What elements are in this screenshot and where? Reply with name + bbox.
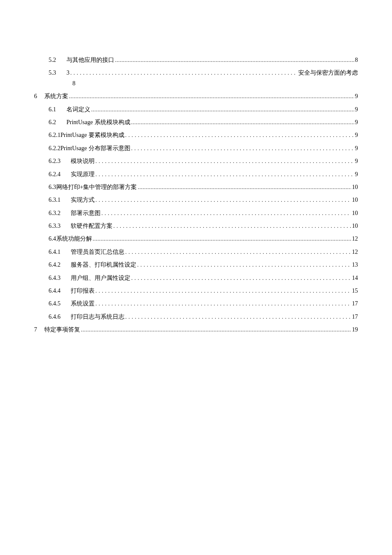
toc-leader (130, 118, 354, 127)
toc-number: 6.4.6 (49, 312, 71, 322)
toc-leader (92, 235, 352, 244)
toc-leader (101, 209, 351, 218)
toc-title: 系统方案 (44, 92, 68, 101)
toc-title: 系统功能分解 (56, 234, 92, 244)
toc-entry: 5.3 3 安全与保密方面的考虑 8 (34, 68, 358, 88)
toc-leader (95, 287, 351, 296)
toc-leader (124, 313, 351, 322)
toc-entry: 6.4.4 打印报表 15 (34, 286, 358, 296)
toc-title-trail: 安全与保密方面的考虑 (297, 68, 358, 78)
toc-entry: 6.4 系统功能分解 12 (34, 234, 358, 244)
toc-entry: 6.2 PrintUsage 系统模块构成 9 (34, 118, 358, 127)
toc-page: 17 (351, 312, 358, 322)
toc-entry: 6.2.3 模块说明 9 (34, 157, 358, 166)
toc-leader (80, 325, 351, 334)
toc-leader (69, 69, 297, 78)
toc-page: 10 (351, 209, 358, 218)
toc-number: 6.2 (49, 118, 66, 127)
toc-title: 用户组、用户属性设定 (71, 273, 130, 283)
toc-entry: 6.4.6 打印日志与系统日志 17 (34, 312, 358, 322)
toc-title: 管理员首页汇总信息 (71, 247, 124, 257)
toc-entry: 6.2.1 PrintUsage 要紧模块构成 9 (34, 131, 358, 140)
toc-title-pre: 3 (66, 68, 69, 78)
toc-page: 12 (351, 234, 358, 244)
toc-title: 实现方式 (71, 195, 95, 205)
toc-number: 7 (34, 325, 44, 334)
toc-page: 19 (351, 325, 358, 334)
toc-leader (112, 222, 351, 231)
toc-entry: 6.3 网络打印+集中管理的部署方案 10 (34, 183, 358, 192)
toc-page: 9 (354, 144, 358, 153)
toc-page: 10 (351, 183, 358, 192)
toc-number: 6.4.3 (49, 273, 71, 283)
toc-entry: 6.3.3 软硬件配置方案 10 (34, 221, 358, 231)
toc-entry: 6.4.2 服务器、打印机属性设定 13 (34, 260, 358, 270)
toc-page: 9 (354, 170, 358, 179)
toc-entry: 6.4.5 系统设置 17 (34, 299, 358, 308)
toc-number: 6.3 (49, 183, 56, 192)
toc-page: 8 (354, 55, 358, 65)
toc-page: 9 (354, 118, 358, 127)
toc-title: 特定事项答复 (44, 325, 80, 334)
toc-number: 6.4.5 (49, 299, 71, 308)
toc-title: 打印日志与系统日志 (71, 312, 124, 322)
toc-number: 6.1 (49, 105, 66, 114)
toc-entry: 5.2 与其他应用的接口 8 (34, 55, 358, 65)
toc-leader (124, 131, 354, 140)
toc-title: PrintUsage 系统模块构成 (66, 118, 130, 127)
toc-entry: 7 特定事项答复 19 (34, 325, 358, 334)
toc-entry: 6.3.2 部署示意图 10 (34, 209, 358, 218)
toc-leader (95, 170, 354, 179)
toc-number: 6.2.2 (49, 144, 61, 153)
toc-page: 12 (351, 247, 358, 257)
toc-entry: 6 系统方案 9 (34, 92, 358, 101)
toc-title: 服务器、打印机属性设定 (71, 260, 136, 270)
toc-title: PrintUsage 要紧模块构成 (61, 131, 124, 140)
toc-number: 6.3.2 (49, 209, 71, 218)
toc-number: 6.4.4 (49, 286, 71, 296)
toc-title: 打印报表 (71, 286, 95, 296)
toc-number: 6.2.1 (49, 131, 61, 140)
toc-number: 6.4 (49, 234, 56, 244)
toc-title: 系统设置 (71, 299, 95, 308)
toc-number: 6.4.2 (49, 260, 71, 270)
toc-sub-page: 8 (49, 78, 358, 88)
toc-number: 6 (34, 92, 44, 101)
toc-entry: 6.4.1 管理员首页汇总信息 12 (34, 247, 358, 257)
toc-page: 9 (354, 131, 358, 140)
toc-leader (130, 144, 354, 153)
toc-entry: 6.2.4 实现原理 9 (34, 170, 358, 179)
toc-title: 模块说明 (71, 157, 95, 166)
toc-leader (68, 92, 354, 101)
toc-title: 名词定义 (66, 105, 90, 114)
toc-entry: 6.4.3 用户组、用户属性设定 14 (34, 273, 358, 283)
toc-title: 与其他应用的接口 (66, 55, 114, 65)
toc-entry: 6.1 名词定义 9 (34, 105, 358, 114)
toc-leader (136, 261, 351, 270)
toc-page: 10 (351, 221, 358, 231)
toc-entry: 6.3.1 实现方式 10 (34, 195, 358, 205)
toc-leader (90, 105, 354, 114)
toc-page: 10 (351, 195, 358, 205)
toc-page: 9 (354, 92, 358, 101)
toc-page: 14 (351, 273, 358, 283)
toc-title: 部署示意图 (71, 209, 101, 218)
toc-number: 6.2.4 (49, 170, 71, 179)
toc-page: 17 (351, 299, 358, 308)
toc-leader (130, 274, 351, 283)
toc-page: 9 (354, 105, 358, 114)
toc-page: 15 (351, 286, 358, 296)
toc-title: 网络打印+集中管理的部署方案 (56, 183, 137, 192)
toc-title: PrintUsage 分布部署示意图 (61, 144, 130, 153)
toc-number: 6.3.3 (49, 221, 71, 231)
toc-leader (95, 196, 351, 205)
toc-entry: 6.2.2 PrintUsage 分布部署示意图 9 (34, 144, 358, 153)
toc-leader (114, 56, 354, 65)
toc-leader (137, 183, 351, 192)
toc-number: 5.3 (49, 68, 66, 78)
toc-title: 实现原理 (71, 170, 95, 179)
toc-leader (95, 299, 351, 308)
toc-number: 6.3.1 (49, 195, 71, 205)
toc-leader (95, 157, 354, 166)
toc-number: 5.2 (49, 55, 66, 65)
